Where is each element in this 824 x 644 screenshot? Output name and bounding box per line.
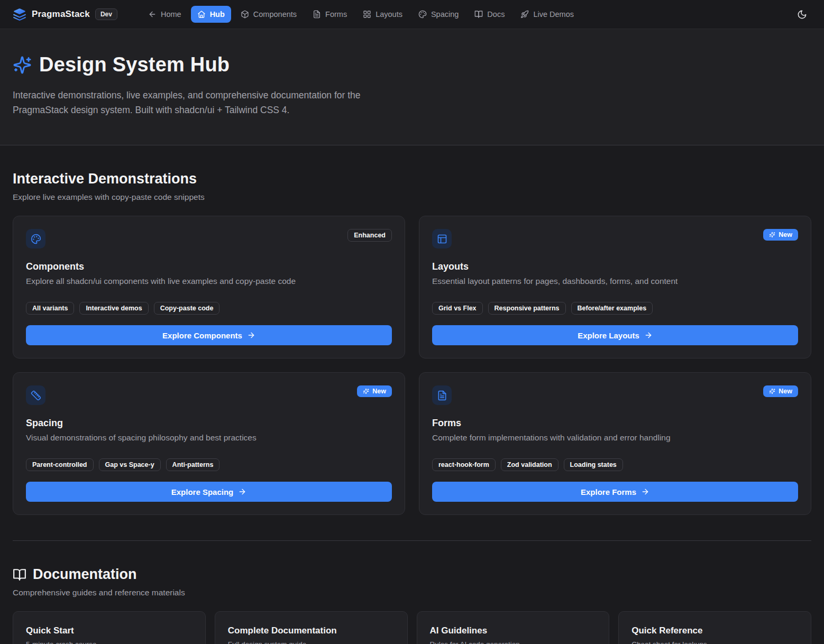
doc-card-description: Cheat sheet for lookups [631, 640, 798, 644]
sparkles-icon [769, 232, 775, 238]
hero-section: Design System Hub Interactive demonstrat… [0, 29, 824, 145]
layers-icon [13, 7, 26, 21]
tag-zod-validation: Zod validation [501, 458, 559, 471]
nav-item-home[interactable]: Home [142, 6, 188, 23]
book-open-icon [13, 568, 26, 582]
brand-name: PragmaStack [32, 9, 90, 20]
doc-card-ai-guidelines[interactable]: AI Guidelines Rules for AI code generati… [417, 611, 610, 644]
sparkles-icon [363, 388, 369, 394]
nav-items: Home Hub Components Forms Layouts Spacin… [142, 6, 777, 23]
explore-components-button[interactable]: Explore Components [26, 325, 392, 345]
tag-list: react-hook-formZod validationLoading sta… [432, 458, 798, 471]
tag-react-hook-form: react-hook-form [432, 458, 496, 471]
arrow-right-icon [247, 331, 255, 339]
demo-card-forms: New Forms Complete form implementations … [419, 372, 811, 515]
demo-card-grid: Enhanced Components Explore all shadcn/u… [13, 216, 811, 515]
doc-card-quick-start[interactable]: Quick Start 5-minute crash course [13, 611, 206, 644]
nav-item-live-demos[interactable]: Live Demos [514, 6, 580, 23]
rocket-icon [520, 10, 529, 19]
palette-icon [31, 234, 41, 244]
demo-card-components: Enhanced Components Explore all shadcn/u… [13, 216, 405, 358]
demos-subheading: Explore live examples with copy-paste co… [13, 192, 811, 202]
explore-spacing-button[interactable]: Explore Spacing [26, 482, 392, 502]
doc-card-title: AI Guidelines [430, 625, 597, 636]
explore-layouts-button[interactable]: Explore Layouts [432, 325, 798, 345]
docs-heading: Documentation [13, 566, 811, 583]
card-title: Spacing [26, 418, 392, 429]
status-badge: New [763, 229, 798, 241]
ruler-icon [31, 390, 41, 401]
tag-responsive-patterns: Responsive patterns [488, 302, 566, 315]
doc-card-title: Quick Reference [631, 625, 798, 636]
tag-parent-controlled: Parent-controlled [26, 458, 94, 471]
doc-card-title: Quick Start [26, 625, 193, 636]
palette-icon [418, 10, 427, 19]
brand-logo[interactable]: PragmaStack Dev [13, 7, 117, 21]
card-icon-tile [26, 229, 45, 249]
package-icon [241, 10, 249, 19]
tag-all-variants: All variants [26, 302, 74, 315]
page-subtitle: Interactive demonstrations, live example… [13, 88, 407, 117]
arrow-left-icon [148, 10, 157, 19]
card-icon-tile [432, 385, 452, 405]
doc-card-quick-reference[interactable]: Quick Reference Cheat sheet for lookups [618, 611, 811, 644]
explore-forms-button[interactable]: Explore Forms [432, 482, 798, 502]
doc-card-complete-documentation[interactable]: Complete Documentation Full design syste… [215, 611, 408, 644]
file-text-icon [437, 390, 447, 401]
doc-card-grid: Quick Start 5-minute crash course Comple… [13, 611, 811, 644]
file-text-icon [313, 10, 321, 19]
card-icon-tile [432, 229, 452, 249]
sparkles-icon [769, 388, 775, 394]
demo-card-spacing: New Spacing Visual demonstrations of spa… [13, 372, 405, 515]
doc-card-title: Complete Documentation [228, 625, 395, 636]
nav-item-spacing[interactable]: Spacing [412, 6, 465, 23]
theme-toggle-button[interactable] [792, 5, 811, 24]
status-badge: New [357, 385, 392, 397]
tag-grid-vs-flex: Grid vs Flex [432, 302, 483, 315]
nav-item-hub[interactable]: Hub [191, 6, 231, 23]
tag-list: Grid vs FlexResponsive patternsBefore/af… [432, 302, 798, 315]
tag-interactive-demos: Interactive demos [79, 302, 148, 315]
demo-card-layouts: New Layouts Essential layout patterns fo… [419, 216, 811, 358]
tag-list: All variantsInteractive demosCopy-paste … [26, 302, 392, 315]
tag-list: Parent-controlledGap vs Space-yAnti-patt… [26, 458, 392, 471]
home-icon [197, 10, 206, 19]
card-description: Essential layout patterns for pages, das… [432, 277, 798, 286]
dev-badge: Dev [95, 8, 117, 20]
tag-anti-patterns: Anti-patterns [166, 458, 220, 471]
tag-gap-vs-space-y: Gap vs Space-y [99, 458, 161, 471]
doc-card-description: Rules for AI code generation [430, 640, 597, 644]
arrow-right-icon [641, 487, 649, 496]
sparkles-icon [13, 56, 32, 75]
docs-subheading: Comprehensive guides and reference mater… [13, 588, 811, 597]
nav-item-components[interactable]: Components [234, 6, 303, 23]
nav-item-layouts[interactable]: Layouts [356, 6, 409, 23]
page-title: Design System Hub [39, 53, 230, 76]
layout-icon [437, 234, 447, 244]
doc-card-description: 5-minute crash course [26, 640, 193, 644]
status-badge: New [763, 385, 798, 397]
card-title: Components [26, 261, 392, 272]
tag-loading-states: Loading states [564, 458, 623, 471]
doc-card-description: Full design system guide [228, 640, 395, 644]
card-description: Complete form implementations with valid… [432, 433, 798, 443]
tag-before-after-examples: Before/after examples [571, 302, 653, 315]
top-navbar: PragmaStack Dev Home Hub Components Form… [0, 0, 824, 29]
card-title: Layouts [432, 261, 798, 272]
card-description: Explore all shadcn/ui components with li… [26, 277, 392, 286]
book-open-icon [474, 10, 483, 19]
layout-grid-icon [363, 10, 371, 19]
card-title: Forms [432, 418, 798, 429]
status-badge: Enhanced [347, 229, 392, 242]
card-icon-tile [26, 385, 45, 405]
tag-copy-paste-code: Copy-paste code [154, 302, 220, 315]
nav-item-forms[interactable]: Forms [306, 6, 353, 23]
card-description: Visual demonstrations of spacing philoso… [26, 433, 392, 443]
arrow-right-icon [238, 487, 246, 496]
moon-icon [797, 10, 807, 20]
arrow-right-icon [644, 331, 653, 339]
demos-heading: Interactive Demonstrations [13, 171, 811, 187]
nav-item-docs[interactable]: Docs [468, 6, 511, 23]
